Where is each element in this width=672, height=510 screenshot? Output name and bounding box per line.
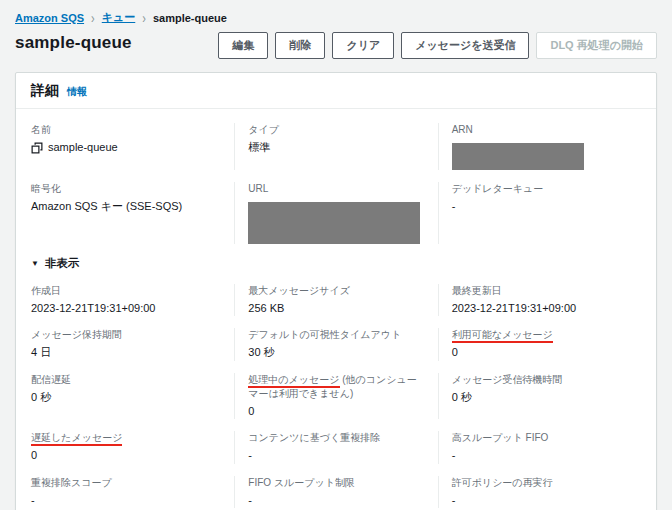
field-label: 高スループット FIFO <box>452 431 627 445</box>
sqs-queue-detail-page: Amazon SQS›キュー›sample-queue sample-queue… <box>0 0 672 510</box>
field-messages-delayed: 遅延したメッセージ0 <box>31 431 234 463</box>
field-label: URL <box>248 182 423 196</box>
detail-row: 重複排除スコープ-FIFO スループット制限-許可ポリシーの再実行- <box>31 476 641 508</box>
field-arn: ARN <box>438 123 641 170</box>
field-label: 暗号化 <box>31 182 220 196</box>
field-value: Amazon SQS キー (SSE-SQS) <box>31 199 220 214</box>
field-label: 遅延したメッセージ <box>31 431 220 445</box>
field-value: 256 KB <box>248 301 423 316</box>
detail-row: 暗号化Amazon SQS キー (SSE-SQS)URLデッドレターキュー- <box>31 182 641 244</box>
details-title: 詳細 <box>31 82 59 100</box>
breadcrumb: Amazon SQS›キュー›sample-queue <box>15 10 657 25</box>
detail-row: 配信遅延0 秒処理中のメッセージ (他のコンシューマーは利用できません)0メッセ… <box>31 373 641 419</box>
detail-row: 作成日2023-12-21T19:31+09:00最大メッセージサイズ256 K… <box>31 284 641 316</box>
field-value: 0 <box>248 404 423 419</box>
field-name: 名前sample-queue <box>31 123 234 170</box>
breadcrumb-link-queues[interactable]: キュー <box>102 10 136 25</box>
field-dedup-scope: 重複排除スコープ- <box>31 476 234 508</box>
redacted-url <box>248 202 420 244</box>
field-label: 最大メッセージサイズ <box>248 284 423 298</box>
red-annotation-underline: 利用可能なメッセージ <box>452 329 553 343</box>
field-value: 0 <box>452 345 627 360</box>
field-value: - <box>452 448 627 463</box>
field-value: - <box>248 448 423 463</box>
details-card: 詳細 情報 名前sample-queueタイプ標準ARN暗号化Amazon SQ… <box>15 72 657 510</box>
red-annotation-underline: 処理中のメッセージ <box>248 374 339 388</box>
detail-row: 名前sample-queueタイプ標準ARN <box>31 123 641 170</box>
field-label: メッセージ保持期間 <box>31 328 220 342</box>
field-value <box>248 199 423 244</box>
field-fifo-throughput-limit: FIFO スループット制限- <box>234 476 437 508</box>
copy-icon[interactable] <box>31 142 43 154</box>
send-receive-button[interactable]: メッセージを送受信 <box>401 32 529 59</box>
details-card-header: 詳細 情報 <box>16 73 656 109</box>
field-value: - <box>248 493 423 508</box>
field-retention-period: メッセージ保持期間4 日 <box>31 328 234 360</box>
field-last-updated-date: 最終更新日2023-12-21T19:31+09:00 <box>438 284 641 316</box>
page-header: sample-queue 編集削除クリアメッセージを送受信DLQ 再処理の開始 <box>15 32 657 59</box>
field-type: タイプ標準 <box>234 123 437 170</box>
field-delivery-delay: 配信遅延0 秒 <box>31 373 234 419</box>
field-label: FIFO スループット制限 <box>248 476 423 490</box>
edit-button[interactable]: 編集 <box>218 32 268 59</box>
field-value: 0 秒 <box>452 390 627 405</box>
details-card-body: 名前sample-queueタイプ標準ARN暗号化Amazon SQS キー (… <box>16 109 656 510</box>
field-value: 2023-12-21T19:31+09:00 <box>452 301 627 316</box>
detail-row: 遅延したメッセージ0コンテンツに基づく重複排除-高スループット FIFO- <box>31 431 641 463</box>
field-content-dedup: コンテンツに基づく重複排除- <box>234 431 437 463</box>
breadcrumb-separator-icon: › <box>91 10 95 26</box>
field-label: 処理中のメッセージ (他のコンシューマーは利用できません) <box>248 373 423 401</box>
header-actions: 編集削除クリアメッセージを送受信DLQ 再処理の開始 <box>218 32 657 59</box>
detail-row: メッセージ保持期間4 日デフォルトの可視性タイムアウト30 秒利用可能なメッセー… <box>31 328 641 360</box>
field-label: 許可ポリシーの再実行 <box>452 476 627 490</box>
field-label: デフォルトの可視性タイムアウト <box>248 328 423 342</box>
field-receive-wait-time: メッセージ受信待機時間0 秒 <box>438 373 641 419</box>
field-value: 2023-12-21T19:31+09:00 <box>31 301 220 316</box>
field-label: 最終更新日 <box>452 284 627 298</box>
field-value: 30 秒 <box>248 345 423 360</box>
field-redrive-allow-policy: 許可ポリシーの再実行- <box>438 476 641 508</box>
breadcrumb-separator-icon: › <box>142 10 146 26</box>
field-max-message-size: 最大メッセージサイズ256 KB <box>234 284 437 316</box>
expander-toggle[interactable]: ▼ 非表示 <box>31 256 641 271</box>
field-label: デッドレターキュー <box>452 182 627 196</box>
field-label: 名前 <box>31 123 220 137</box>
field-value <box>452 140 627 170</box>
field-label: 利用可能なメッセージ <box>452 328 627 342</box>
field-messages-in-flight: 処理中のメッセージ (他のコンシューマーは利用できません)0 <box>234 373 437 419</box>
field-label: 配信遅延 <box>31 373 220 387</box>
breadcrumb-link-amazon-sqs[interactable]: Amazon SQS <box>15 12 84 24</box>
field-value: - <box>452 199 627 214</box>
field-dead-letter-queue: デッドレターキュー- <box>438 182 641 244</box>
field-label: ARN <box>452 123 627 137</box>
field-messages-available: 利用可能なメッセージ0 <box>438 328 641 360</box>
field-value: 4 日 <box>31 345 220 360</box>
page-title: sample-queue <box>15 33 132 53</box>
field-value: sample-queue <box>31 140 220 155</box>
expander-label: 非表示 <box>45 256 80 271</box>
field-encryption: 暗号化Amazon SQS キー (SSE-SQS) <box>31 182 234 244</box>
delete-button[interactable]: 削除 <box>275 32 325 59</box>
redacted-arn <box>452 143 584 170</box>
red-annotation-underline: 遅延したメッセージ <box>31 432 122 446</box>
field-label: 作成日 <box>31 284 220 298</box>
field-value: - <box>31 493 220 508</box>
field-label: メッセージ受信待機時間 <box>452 373 627 387</box>
dlq-redrive-button: DLQ 再処理の開始 <box>536 32 657 59</box>
field-value: 0 秒 <box>31 390 220 405</box>
field-url: URL <box>234 182 437 244</box>
field-created-date: 作成日2023-12-21T19:31+09:00 <box>31 284 234 316</box>
field-label: 重複排除スコープ <box>31 476 220 490</box>
field-value: 0 <box>31 448 220 463</box>
breadcrumb-current: sample-queue <box>153 12 227 24</box>
caret-down-icon: ▼ <box>31 260 39 268</box>
field-label: タイプ <box>248 123 423 137</box>
info-link[interactable]: 情報 <box>67 85 87 99</box>
clear-button[interactable]: クリア <box>332 32 394 59</box>
field-value: - <box>452 493 627 508</box>
field-label: コンテンツに基づく重複排除 <box>248 431 423 445</box>
field-value: 標準 <box>248 140 423 155</box>
field-visibility-timeout: デフォルトの可視性タイムアウト30 秒 <box>234 328 437 360</box>
field-high-throughput-fifo: 高スループット FIFO- <box>438 431 641 463</box>
